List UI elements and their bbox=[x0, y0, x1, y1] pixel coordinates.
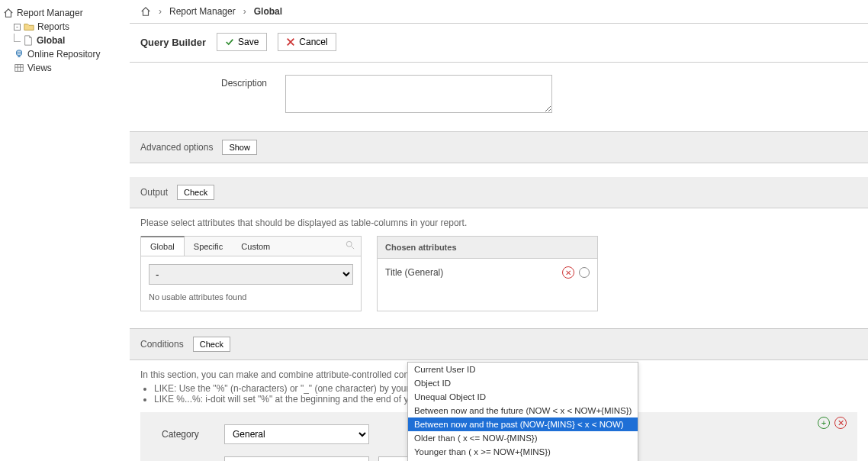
cancel-button[interactable]: Cancel bbox=[278, 33, 336, 51]
dropdown-option[interactable]: Between now and the future (NOW < x < NO… bbox=[408, 404, 638, 417]
description-textarea[interactable] bbox=[285, 75, 552, 113]
attribute-circle-button[interactable] bbox=[579, 267, 590, 278]
output-check-button[interactable]: Check bbox=[177, 185, 214, 200]
button-label: Cancel bbox=[299, 37, 327, 47]
remove-attribute-button[interactable]: ✕ bbox=[562, 266, 574, 279]
expander-icon[interactable]: - bbox=[14, 24, 21, 31]
tree-label: Report Manager bbox=[17, 8, 83, 18]
breadcrumb-item[interactable]: Report Manager bbox=[169, 6, 236, 17]
tree-global[interactable]: Global bbox=[3, 34, 127, 47]
dropdown-option[interactable]: Current User ID bbox=[408, 363, 638, 376]
globe-icon bbox=[14, 49, 24, 60]
description-row: Description bbox=[130, 63, 868, 131]
category-label: Category bbox=[162, 429, 215, 440]
advanced-show-button[interactable]: Show bbox=[222, 140, 257, 155]
no-attributes-msg: No usable attributes found bbox=[141, 292, 361, 311]
search-icon[interactable] bbox=[339, 237, 361, 255]
category-select[interactable]: General bbox=[224, 424, 369, 444]
output-body: Please select attributes that should be … bbox=[130, 208, 868, 325]
button-label: Save bbox=[238, 37, 259, 47]
dropdown-option[interactable]: Unequal Object ID bbox=[408, 390, 638, 404]
breadcrumb: › Report Manager › Global bbox=[130, 0, 868, 24]
delete-condition-button[interactable]: ✕ bbox=[834, 417, 847, 429]
output-header: Output Check bbox=[130, 177, 868, 208]
add-condition-button[interactable]: + bbox=[818, 417, 830, 429]
home-icon bbox=[3, 8, 14, 18]
home-icon[interactable] bbox=[140, 6, 151, 17]
tree-label: Global bbox=[37, 35, 65, 46]
conditions-header: Conditions Check bbox=[130, 328, 868, 360]
tree-online-repo[interactable]: Online Repository bbox=[3, 47, 127, 61]
dropdown-option[interactable]: Younger than ( x >= NOW+{MINS}) bbox=[408, 445, 638, 459]
save-button[interactable]: Save bbox=[217, 33, 267, 51]
section-label: Conditions bbox=[140, 339, 184, 350]
svg-rect-1 bbox=[15, 65, 24, 72]
dropdown-option[interactable]: Between now and the past (NOW-{MINS} < x… bbox=[408, 417, 638, 431]
tree-reports[interactable]: - Reports bbox=[3, 20, 127, 34]
section-label: Output bbox=[140, 187, 168, 198]
tab-global[interactable]: Global bbox=[141, 236, 185, 256]
operator-dropdown[interactable]: Current User IDObject IDUnequal Object I… bbox=[407, 362, 638, 461]
chosen-attribute-label: Title (General) bbox=[385, 267, 562, 278]
tab-specific[interactable]: Specific bbox=[185, 237, 233, 256]
folder-icon bbox=[24, 21, 34, 32]
close-icon bbox=[286, 37, 295, 47]
advanced-options-header: Advanced options Show bbox=[130, 131, 868, 163]
attribute-select[interactable]: Last change bbox=[224, 456, 369, 461]
table-icon bbox=[14, 63, 24, 73]
breadcrumb-current: Global bbox=[254, 6, 282, 17]
sidebar: Report Manager - Reports Global Online R… bbox=[0, 0, 130, 461]
conditions-body: In this section, you can make and combin… bbox=[130, 360, 868, 461]
chevron-right-icon: › bbox=[159, 6, 162, 17]
file-icon bbox=[23, 35, 34, 46]
chosen-attributes-panel: Chosen attributes Title (General) ✕ bbox=[377, 236, 598, 311]
toolbar: Query Builder Save Cancel bbox=[130, 24, 868, 63]
tree-label: Reports bbox=[37, 21, 69, 32]
chosen-attribute-row: Title (General) ✕ bbox=[378, 259, 597, 286]
tree-label: Online Repository bbox=[27, 49, 100, 60]
main: › Report Manager › Global Query Builder … bbox=[130, 0, 868, 461]
section-label: Advanced options bbox=[140, 142, 213, 153]
chevron-right-icon: › bbox=[243, 6, 246, 17]
dropdown-option[interactable]: Object ID bbox=[408, 376, 638, 390]
page-title: Query Builder bbox=[140, 37, 206, 48]
attribute-select[interactable]: - bbox=[149, 264, 353, 285]
output-hint: Please select attributes that should be … bbox=[140, 218, 857, 228]
chosen-header: Chosen attributes bbox=[378, 237, 597, 259]
check-icon bbox=[225, 37, 234, 47]
conditions-check-button[interactable]: Check bbox=[193, 337, 230, 352]
description-label: Description bbox=[175, 75, 267, 113]
attribute-picker: Global Specific Custom - No usable attri… bbox=[140, 236, 362, 311]
tree-report-manager[interactable]: Report Manager bbox=[3, 6, 127, 20]
tree-label: Views bbox=[27, 63, 52, 73]
svg-point-2 bbox=[346, 241, 352, 247]
dropdown-option[interactable]: Older than ( x <= NOW-{MINS}) bbox=[408, 431, 638, 445]
tree-views[interactable]: Views bbox=[3, 61, 127, 75]
tab-custom[interactable]: Custom bbox=[232, 237, 279, 256]
